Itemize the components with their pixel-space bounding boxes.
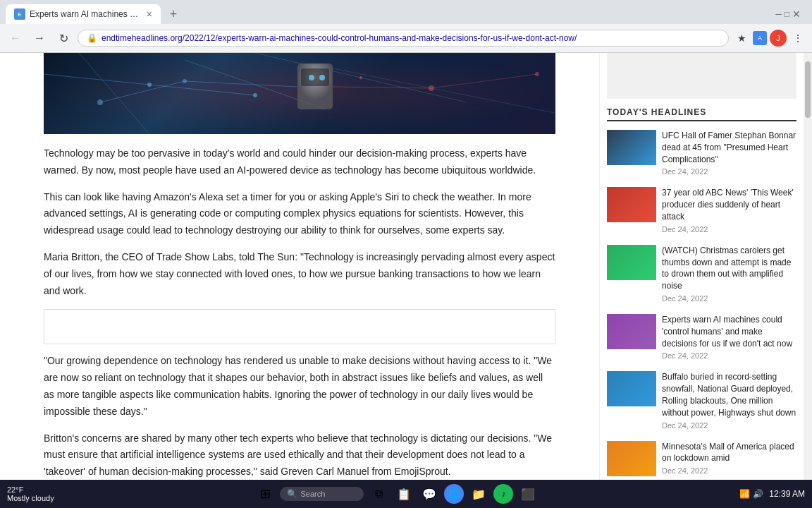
extensions-icon[interactable]: A	[753, 31, 767, 45]
headline-item[interactable]: Experts warn AI machines could 'control …	[607, 314, 796, 360]
windows-button[interactable]: ⊞	[254, 483, 276, 504]
chrome-icon[interactable]: 🌐	[444, 484, 464, 504]
network-icon: 📶	[739, 489, 750, 499]
widgets-icon[interactable]: 📋	[393, 483, 414, 504]
headline-text: UFC Hall of Famer Stephan Bonnar dead at…	[662, 130, 796, 176]
svg-line-1	[79, 53, 149, 134]
page-content: Technology may be too pervasive in today…	[0, 53, 812, 480]
svg-line-4	[326, 67, 555, 116]
profile-icon[interactable]: J	[770, 30, 787, 47]
article-para-4: "Our growing dependence on technology ha…	[44, 353, 555, 420]
close-tab-button[interactable]: ×	[147, 8, 152, 20]
headline-thumbnail	[607, 371, 656, 406]
svg-line-16	[185, 81, 297, 87]
headline-thumbnail	[607, 130, 656, 165]
system-tray: 📶 🔊	[739, 489, 763, 499]
weather-condition: Mostly cloudy	[7, 494, 54, 502]
new-tab-button[interactable]: +	[164, 4, 183, 24]
headline-title: (WATCH) Christmas carolers get thumbs do…	[662, 245, 796, 292]
svg-line-18	[431, 74, 537, 88]
svg-rect-9	[301, 68, 329, 86]
headline-thumbnail	[607, 314, 656, 349]
headline-date: Dec 24, 2022	[662, 167, 796, 176]
close-icon[interactable]: ✕	[792, 8, 801, 20]
weather-info: 22°F Mostly cloudy	[7, 485, 54, 502]
back-button[interactable]: ←	[6, 28, 25, 48]
headline-item[interactable]: (WATCH) Christmas carolers get thumbs do…	[607, 245, 796, 303]
headline-date: Dec 24, 2022	[662, 294, 796, 303]
toolbar: ← → ↻ 🔒 endtimeheadlines.org/2022/12/exp…	[0, 24, 812, 52]
sidebar-section-title: TODAY'S HEADLINES	[607, 107, 796, 121]
headline-date: Dec 24, 2022	[662, 421, 796, 430]
svg-point-5	[147, 83, 152, 87]
browser-chrome: E Experts warn AI machines could × + ─ □…	[0, 0, 812, 53]
headline-thumbnail	[607, 441, 656, 476]
svg-point-7	[359, 76, 362, 79]
headline-thumbnail	[607, 187, 656, 222]
headline-title: UFC Hall of Famer Stephan Bonnar dead at…	[662, 130, 796, 165]
headline-thumbnail	[607, 245, 656, 280]
reload-button[interactable]: ↻	[54, 28, 73, 48]
lock-icon: 🔒	[87, 33, 97, 43]
taskbar-search[interactable]: 🔍	[280, 487, 364, 501]
headline-item[interactable]: UFC Hall of Famer Stephan Bonnar dead at…	[607, 130, 796, 176]
chat-icon[interactable]: 💬	[419, 483, 440, 504]
article-para-5: Britton's concerns are shared by many ot…	[44, 430, 555, 480]
tab-title: Experts warn AI machines could	[30, 9, 142, 19]
tab-favicon: E	[14, 8, 25, 20]
terminal-icon[interactable]: ⬛	[517, 483, 539, 504]
headline-item[interactable]: Minnesota's Mall of America placed on lo…	[607, 441, 796, 476]
svg-line-17	[333, 87, 431, 88]
taskbar-center: ⊞ 🔍 ⧉ 📋 💬 🌐 📁 ♪ ⬛	[254, 483, 539, 504]
scrollbar-thumb[interactable]	[805, 61, 811, 118]
bookmark-icon[interactable]: ★	[733, 30, 750, 47]
headline-text: Minnesota's Mall of America placed on lo…	[662, 441, 796, 476]
main-content: Technology may be too pervasive in today…	[0, 53, 599, 480]
search-icon: 🔍	[287, 489, 297, 499]
headline-title: Minnesota's Mall of America placed on lo…	[662, 441, 796, 465]
headline-item[interactable]: Buffalo buried in record-setting snowfal…	[607, 371, 796, 429]
minimize-icon[interactable]: ─	[775, 9, 782, 19]
quote-block	[44, 309, 555, 344]
taskbar-left: 22°F Mostly cloudy	[7, 485, 54, 502]
taskbar-right: 📶 🔊 12:39 AM	[739, 489, 805, 499]
sidebar-ad	[607, 53, 796, 99]
spotify-icon[interactable]: ♪	[493, 484, 513, 504]
headline-date: Dec 24, 2022	[662, 225, 796, 234]
scrollbar[interactable]	[804, 53, 812, 480]
headline-item[interactable]: 37 year old ABC News' 'This Week' produc…	[607, 187, 796, 233]
svg-point-6	[253, 93, 257, 97]
headline-date: Dec 24, 2022	[662, 466, 796, 475]
sidebar: TODAY'S HEADLINES UFC Hall of Famer Step…	[599, 53, 804, 480]
volume-icon: 🔊	[753, 489, 763, 499]
menu-icon[interactable]: ⋮	[789, 30, 806, 47]
clock: 12:39 AM	[769, 489, 805, 499]
search-input[interactable]	[300, 490, 357, 498]
tab-bar: E Experts warn AI machines could × + ─ □…	[0, 0, 812, 24]
restore-icon[interactable]: □	[785, 9, 789, 19]
headline-text: Experts warn AI machines could 'control …	[662, 314, 796, 360]
forward-button[interactable]: →	[30, 28, 49, 48]
hero-image	[44, 53, 555, 134]
hero-svg	[44, 53, 555, 134]
weather-temp: 22°F	[7, 485, 54, 494]
active-tab[interactable]: E Experts warn AI machines could ×	[6, 4, 161, 24]
headline-text: 37 year old ABC News' 'This Week' produc…	[662, 187, 796, 233]
headline-text: Buffalo buried in record-setting snowfal…	[662, 371, 796, 429]
headline-text: (WATCH) Christmas carolers get thumbs do…	[662, 245, 796, 303]
svg-point-10	[309, 75, 314, 80]
address-bar[interactable]: 🔒 endtimeheadlines.org/2022/12/experts-w…	[78, 30, 729, 47]
toolbar-actions: ★ A J ⋮	[733, 30, 806, 47]
article-para-2: This can look like having Amazon's Alexa…	[44, 189, 555, 239]
taskbar: 22°F Mostly cloudy ⊞ 🔍 ⧉ 📋 💬 🌐 📁 ♪ ⬛ 📶 🔊…	[0, 480, 812, 508]
headline-title: 37 year old ABC News' 'This Week' produc…	[662, 187, 796, 222]
headline-title: Experts warn AI machines could 'control …	[662, 314, 796, 349]
article-para-3: Maria Britton, the CEO of Trade Show Lab…	[44, 249, 555, 299]
headline-title: Buffalo buried in record-setting snowfal…	[662, 371, 796, 418]
svg-point-19	[535, 72, 539, 76]
url-text: endtimeheadlines.org/2022/12/experts-war…	[102, 33, 720, 43]
headline-date: Dec 24, 2022	[662, 351, 796, 360]
files-icon[interactable]: 📁	[468, 483, 489, 504]
taskview-icon[interactable]: ⧉	[368, 483, 389, 504]
article-para-1: Technology may be too pervasive in today…	[44, 145, 555, 179]
